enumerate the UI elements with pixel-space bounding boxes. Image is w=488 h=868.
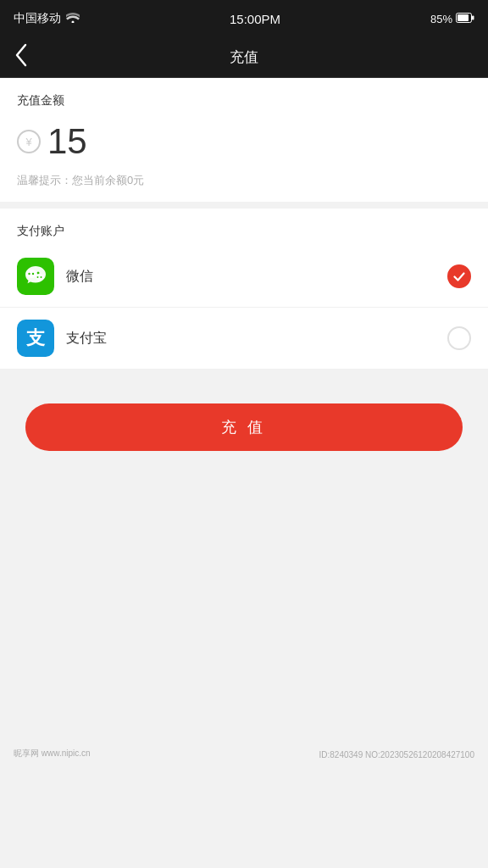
- status-bar: 中国移动 15:00PM 85%: [0, 0, 488, 37]
- watermark: 昵享网 www.nipic.cn ID:8240349 NO:202305261…: [0, 748, 488, 763]
- battery-icon: [456, 13, 474, 25]
- battery-label: 85%: [430, 13, 452, 25]
- hint-text: 温馨提示：您当前余额0元: [0, 173, 488, 202]
- svg-rect-2: [472, 15, 474, 19]
- bottom-area: [0, 476, 488, 748]
- section-divider: [0, 202, 488, 209]
- action-area: 充 值: [0, 370, 488, 476]
- wechat-radio[interactable]: [447, 264, 471, 288]
- main-content: 充值金额 ¥ 15 温馨提示：您当前余额0元 支付账户: [0, 78, 488, 370]
- alipay-radio[interactable]: [447, 326, 471, 350]
- nav-bar: 充值: [0, 37, 488, 78]
- watermark-left: 昵享网 www.nipic.cn: [14, 748, 91, 760]
- svg-point-7: [26, 270, 37, 278]
- back-button[interactable]: [14, 43, 29, 71]
- payment-item-alipay[interactable]: 支 支付宝: [0, 308, 488, 370]
- wifi-icon: [66, 12, 80, 25]
- alipay-logo: 支: [17, 320, 54, 357]
- svg-point-9: [28, 273, 30, 275]
- svg-rect-1: [458, 14, 469, 21]
- wechat-label: 微信: [66, 268, 447, 286]
- recharge-button[interactable]: 充 值: [25, 403, 463, 451]
- svg-point-11: [37, 276, 39, 278]
- status-time: 15:00PM: [230, 12, 280, 26]
- amount-area: ¥ 15: [0, 115, 488, 173]
- payment-item-wechat[interactable]: 微信: [0, 246, 488, 308]
- alipay-label: 支付宝: [66, 330, 447, 348]
- page-title: 充值: [230, 47, 258, 67]
- status-right: 85%: [430, 13, 474, 25]
- amount-value: 15: [47, 124, 87, 159]
- payment-section-label: 支付账户: [0, 209, 488, 246]
- wechat-logo: [17, 258, 54, 295]
- watermark-right: ID:8240349 NO:20230526120208427100: [319, 750, 475, 760]
- carrier-label: 中国移动: [14, 11, 61, 26]
- svg-point-6: [37, 272, 40, 275]
- amount-section-label: 充值金额: [0, 78, 488, 115]
- currency-icon: ¥: [17, 130, 41, 153]
- svg-point-10: [32, 273, 34, 275]
- svg-text:支: 支: [25, 327, 46, 348]
- status-left: 中国移动: [14, 11, 80, 26]
- svg-point-12: [41, 276, 42, 278]
